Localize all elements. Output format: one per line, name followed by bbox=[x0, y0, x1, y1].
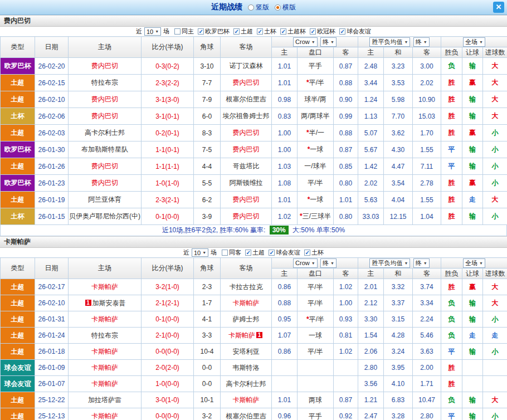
filter-checkbox[interactable]: ✓土杯 bbox=[257, 27, 276, 36]
away-team: 费内巴切 bbox=[221, 141, 272, 158]
match-date: 26-01-09 bbox=[35, 360, 69, 376]
avg-stage-dropdown[interactable]: 终▼ bbox=[413, 258, 430, 268]
match-date: 26-02-10 bbox=[35, 295, 69, 311]
star-marker: * bbox=[306, 79, 309, 86]
avg-draw: 12.15 bbox=[384, 208, 413, 225]
avg-away: 15.03 bbox=[413, 108, 441, 125]
match-row: 土杯26-01-15贝伊奥卢耶尼恰尔西(中)0-1(0-0)3-9费内巴切1.0… bbox=[1, 208, 507, 225]
match-row: 土超26-02-03高卡尔利士邦0-2(0-1)8-3费内巴切1.00*半/一0… bbox=[1, 125, 507, 141]
handicap-line: 球半/两 bbox=[298, 91, 334, 108]
team-name: 费内巴切 bbox=[91, 112, 118, 120]
result-flag: 平 bbox=[441, 158, 462, 175]
radio-selected-icon bbox=[275, 4, 281, 11]
filter-checkbox[interactable]: 同主 bbox=[174, 27, 194, 36]
odds-source-value: Crow bbox=[295, 260, 310, 266]
page-title: 近期战绩 bbox=[211, 2, 242, 12]
star-marker: * bbox=[306, 315, 309, 323]
goals-flag: 大 bbox=[483, 91, 507, 108]
match-date: 26-01-07 bbox=[35, 376, 69, 392]
away-team: 阿斯顿维拉 bbox=[221, 175, 272, 192]
odds-stage-dropdown[interactable]: 终▼ bbox=[320, 258, 337, 268]
checkbox-checked-icon[interactable]: ✓ bbox=[245, 250, 251, 256]
match-date: 26-01-30 bbox=[35, 141, 69, 158]
layout-radio-vertical[interactable]: 竖版 bbox=[248, 3, 269, 12]
match-score: 0-0(0-0) bbox=[142, 344, 194, 360]
avg-dropdown[interactable]: 胜平负均值▼ bbox=[369, 37, 410, 47]
checkbox-checked-icon[interactable]: ✓ bbox=[257, 28, 263, 35]
odds-home: 0.98 bbox=[272, 91, 298, 108]
avg-stage-dropdown[interactable]: 终▼ bbox=[413, 37, 430, 47]
filter-checkbox[interactable]: ✓球会友谊 bbox=[339, 27, 371, 36]
checkbox-checked-icon[interactable]: ✓ bbox=[233, 28, 240, 35]
full-match-dropdown[interactable]: 全场▼ bbox=[463, 37, 485, 47]
odds-home: 1.01 bbox=[272, 392, 298, 408]
filter-checkbox[interactable]: ✓球会友谊 bbox=[269, 248, 300, 257]
avg-away: 5.46 bbox=[413, 328, 441, 344]
checkbox-unchecked-icon[interactable] bbox=[222, 250, 228, 256]
odds-stage-value: 终 bbox=[323, 38, 329, 46]
filter-checkbox-label: 土超 bbox=[241, 27, 253, 36]
let-flag: 赢 bbox=[462, 279, 483, 295]
filter-checkbox[interactable]: ✓土杯 bbox=[304, 248, 324, 257]
checkbox-unchecked-icon[interactable] bbox=[174, 28, 181, 35]
col-corner: 角球 bbox=[194, 37, 221, 58]
filter-checkbox[interactable]: ✓土超 bbox=[245, 248, 265, 257]
dropdown-caret-icon: ▼ bbox=[202, 251, 206, 255]
col-let: 让球 bbox=[462, 47, 483, 58]
avg-value: 胜平负均值 bbox=[372, 38, 402, 46]
corner-count: 5-5 bbox=[194, 175, 221, 192]
close-button[interactable]: ✕ bbox=[493, 2, 504, 13]
odds-away: 0.87 bbox=[334, 141, 358, 158]
avg-dropdown[interactable]: 胜平负均值▼ bbox=[369, 258, 410, 268]
team-name: 诺丁汉森林 bbox=[230, 62, 263, 70]
filter-checkbox[interactable]: ✓欧罗巴杯 bbox=[198, 27, 230, 36]
odds-home: 0.86 bbox=[272, 344, 298, 360]
odds-source-dropdown[interactable]: Crow▼ bbox=[293, 258, 318, 268]
filter-checkbox[interactable]: 同客 bbox=[222, 248, 241, 257]
odds-away bbox=[334, 376, 358, 392]
avg-home: 2.80 bbox=[358, 360, 384, 376]
match-type-badge: 土超 bbox=[1, 344, 35, 360]
match-row: 土超25-12-13卡斯帕萨0-0(0-0)3-2根塞尔伯里吉0.96平手0.9… bbox=[1, 408, 507, 420]
avg-stage-value: 终 bbox=[416, 38, 422, 46]
checkbox-checked-icon[interactable]: ✓ bbox=[280, 28, 286, 35]
result-flag: 胜 bbox=[441, 376, 462, 392]
checkbox-checked-icon[interactable]: ✓ bbox=[198, 28, 204, 35]
col-type: 类型 bbox=[1, 258, 35, 279]
near-label: 近 bbox=[183, 248, 189, 257]
team-name: 费内巴切 bbox=[233, 129, 260, 136]
games-count-select[interactable]: 10 ▼ bbox=[144, 27, 161, 36]
checkbox-checked-icon[interactable]: ✓ bbox=[339, 28, 345, 35]
goals-flag: 小 bbox=[483, 408, 507, 420]
filter-checkbox[interactable]: ✓土超 bbox=[233, 27, 253, 36]
games-count-select[interactable]: 10 ▼ bbox=[192, 248, 208, 257]
red-card-badge: 1 bbox=[85, 300, 91, 306]
corner-count: 6-2 bbox=[194, 192, 221, 208]
col-avg-away: 客 bbox=[413, 47, 441, 58]
away-team: 卡斯帕萨1 bbox=[221, 328, 272, 344]
star-marker: * bbox=[308, 145, 310, 153]
odds-source-dropdown[interactable]: Crow▼ bbox=[293, 37, 318, 47]
odds-home: 1.01 bbox=[272, 192, 298, 208]
layout-radio-horizontal[interactable]: 横版 bbox=[275, 3, 296, 12]
goals-flag: 大 bbox=[483, 279, 507, 295]
handicap-line: *三/三球半 bbox=[298, 208, 334, 225]
full-match-value: 全场 bbox=[465, 259, 477, 267]
filter-checkbox[interactable]: ✓欧冠杯 bbox=[310, 27, 335, 36]
full-match-dropdown[interactable]: 全场▼ bbox=[463, 258, 485, 268]
checkbox-checked-icon[interactable]: ✓ bbox=[304, 250, 310, 256]
match-date: 26-02-06 bbox=[35, 108, 69, 125]
home-team: 费内巴切 bbox=[69, 158, 142, 175]
avg-draw: 3.32 bbox=[384, 279, 413, 295]
filter-checkbox[interactable]: ✓土超杯 bbox=[280, 27, 306, 36]
odds-stage-dropdown[interactable]: 终▼ bbox=[320, 37, 337, 47]
match-date: 25-12-13 bbox=[35, 408, 69, 420]
filter-bar: 近 10 ▼ 场 同主✓欧罗巴杯✓土超✓土杯✓土超杯✓欧冠杯✓球会友谊 bbox=[0, 27, 507, 36]
corner-count: 2-3 bbox=[194, 279, 221, 295]
checkbox-checked-icon[interactable]: ✓ bbox=[310, 28, 316, 35]
match-score: 3-1(0-1) bbox=[142, 108, 194, 125]
odds-away: 0.88 bbox=[334, 125, 358, 141]
checkbox-checked-icon[interactable]: ✓ bbox=[269, 250, 275, 256]
odds-home: 1.07 bbox=[272, 328, 298, 344]
match-score: 3-2(1-0) bbox=[142, 279, 194, 295]
